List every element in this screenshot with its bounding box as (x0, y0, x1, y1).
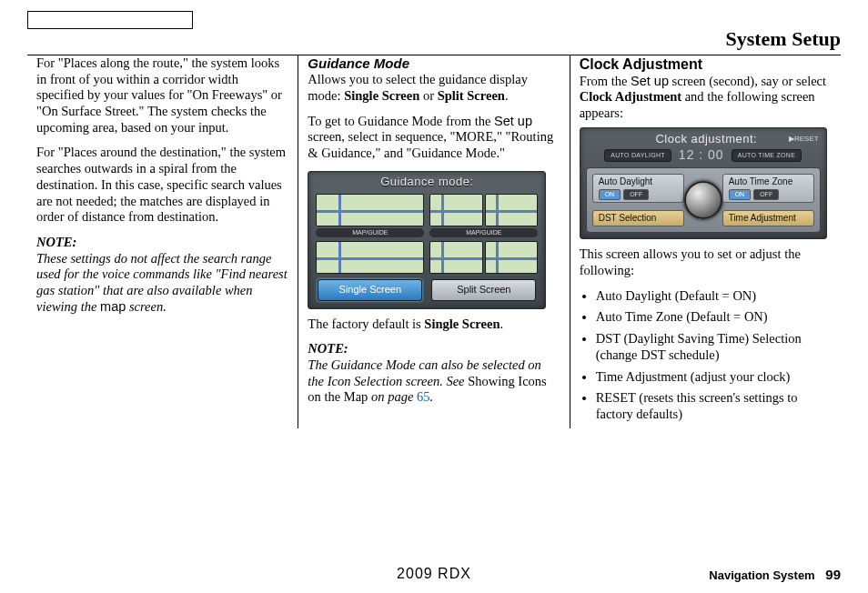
t: Split Screen (438, 88, 505, 103)
map-tile (485, 194, 538, 226)
gm-title: Guidance mode: (308, 172, 545, 190)
reset-button[interactable]: ▶RESET (789, 135, 819, 144)
gm-split-col: MAP/GUIDE (429, 194, 538, 275)
t: Single Screen (344, 88, 419, 103)
map-guide-label: MAP/GUIDE (429, 228, 538, 238)
t: or (419, 88, 437, 103)
note-label: NOTE: (36, 235, 76, 249)
map-tile (429, 194, 482, 226)
on-indicator: ON (599, 189, 621, 201)
list-item: RESET (resets this screen's settings to … (596, 390, 832, 422)
col2-para2: To get to Guidance Mode from the Set up … (308, 114, 560, 162)
column-3: Clock Adjustment From the Set up screen … (570, 55, 841, 428)
label: Auto Time Zone (729, 176, 808, 187)
column-1: For "Places along the route," the system… (27, 55, 298, 428)
col2-note: NOTE: The Guidance Mode can also be sele… (308, 341, 560, 406)
t: To get to Guidance Mode from the (308, 114, 494, 128)
off-indicator: OFF (623, 189, 649, 201)
t: Set up (631, 74, 669, 88)
top-empty-box (27, 11, 193, 29)
col3-para2: This screen allows you to set or adjust … (580, 246, 832, 278)
col3-para1: From the Set up screen (second), say or … (580, 74, 832, 122)
map-tile (429, 241, 482, 274)
footer-model: 2009 RDX (397, 566, 471, 582)
footer-label: Navigation System (709, 568, 814, 582)
guidance-mode-screenshot: Guidance mode: MAP/GUIDE MAP/GUIDE (308, 171, 546, 309)
map-tile (316, 194, 424, 226)
t: From the (580, 74, 631, 88)
page-link-65[interactable]: 65 (417, 389, 430, 404)
t: on page (368, 389, 417, 404)
status-auto-daylight: AUTO DAYLIGHT (604, 149, 671, 163)
auto-daylight-button[interactable]: Auto Daylight ON OFF (592, 174, 684, 204)
t: screen (second), say or select (669, 74, 826, 88)
bullet-list: Auto Daylight (Default = ON) Auto Time Z… (580, 288, 832, 423)
footer: 2009 RDX Navigation System 99 (0, 566, 868, 582)
t: . (505, 88, 509, 103)
t: The factory default is (308, 317, 424, 331)
page-number: 99 (825, 567, 841, 582)
control-knob[interactable] (684, 181, 722, 219)
col2-para3: The factory default is Single Screen. (308, 317, 560, 333)
clock-adjustment-heading: Clock Adjustment (580, 55, 832, 74)
status-time: 12 : 00 (679, 147, 724, 163)
map-tile (316, 241, 424, 274)
clock-adjustment-screenshot: Clock adjustment: ▶RESET AUTO DAYLIGHT 1… (580, 127, 827, 240)
column-2: Guidance Mode Allows you to select the g… (298, 55, 569, 428)
col2-para1: Allows you to select the guidance displa… (308, 72, 560, 104)
on-indicator: ON (729, 189, 752, 201)
split-screen-button[interactable]: Split Screen (431, 279, 536, 300)
list-item: Time Adjustment (adjust your clock) (596, 369, 832, 386)
note-text-b: screen. (126, 299, 167, 314)
map-tile (485, 241, 538, 274)
off-indicator: OFF (753, 189, 779, 201)
time-adjustment-button[interactable]: Time Adjustment (722, 210, 814, 226)
t: Set up (494, 114, 532, 128)
t: screen, select in sequence, "MORE," "Rou… (308, 129, 553, 160)
t: Single Screen (424, 317, 500, 331)
t: . (500, 317, 503, 331)
list-item: DST (Daylight Saving Time) Selection (ch… (596, 331, 832, 363)
list-item: Auto Time Zone (Default = ON) (596, 309, 832, 326)
col1-para2: For "Places around the destination," the… (36, 145, 288, 225)
label: Auto Daylight (599, 176, 678, 187)
guidance-mode-heading: Guidance Mode (308, 55, 560, 72)
col1-para1: For "Places along the route," the system… (36, 55, 288, 136)
t: . (429, 389, 433, 404)
list-item: Auto Daylight (Default = ON) (596, 288, 832, 305)
note-label: NOTE: (308, 341, 348, 356)
single-screen-button[interactable]: Single Screen (318, 279, 422, 300)
gm-single-col: MAP/GUIDE (316, 194, 424, 275)
note-map-word: map (100, 299, 126, 314)
ca-title: Clock adjustment: (624, 132, 789, 146)
dst-selection-button[interactable]: DST Selection (592, 210, 684, 226)
map-guide-label: MAP/GUIDE (316, 228, 424, 238)
col1-note: NOTE: These settings do not affect the s… (36, 235, 288, 315)
page-header: System Setup (27, 27, 841, 51)
t: Clock Adjustment (580, 89, 681, 104)
auto-timezone-button[interactable]: Auto Time Zone ON OFF (722, 174, 814, 204)
status-auto-timezone: AUTO TIME ZONE (732, 149, 802, 163)
